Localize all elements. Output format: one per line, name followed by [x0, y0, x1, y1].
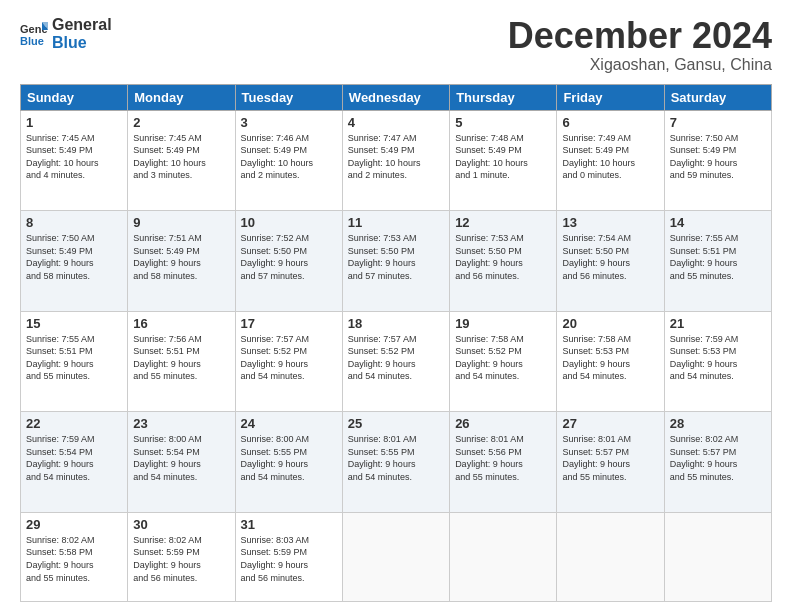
day-number: 14	[670, 215, 766, 230]
weekday-header-wednesday: Wednesday	[342, 84, 449, 110]
calendar-cell: 11Sunrise: 7:53 AM Sunset: 5:50 PM Dayli…	[342, 211, 449, 312]
calendar-cell: 14Sunrise: 7:55 AM Sunset: 5:51 PM Dayli…	[664, 211, 771, 312]
calendar-cell: 23Sunrise: 8:00 AM Sunset: 5:54 PM Dayli…	[128, 412, 235, 513]
calendar-cell: 6Sunrise: 7:49 AM Sunset: 5:49 PM Daylig…	[557, 110, 664, 211]
day-number: 2	[133, 115, 229, 130]
calendar-cell: 8Sunrise: 7:50 AM Sunset: 5:49 PM Daylig…	[21, 211, 128, 312]
calendar-cell	[342, 512, 449, 601]
calendar-cell: 28Sunrise: 8:02 AM Sunset: 5:57 PM Dayli…	[664, 412, 771, 513]
day-number: 8	[26, 215, 122, 230]
logo: General Blue General Blue	[20, 16, 112, 51]
day-number: 6	[562, 115, 658, 130]
day-info: Sunrise: 7:55 AM Sunset: 5:51 PM Dayligh…	[670, 232, 766, 282]
calendar-cell: 18Sunrise: 7:57 AM Sunset: 5:52 PM Dayli…	[342, 311, 449, 412]
title-block: December 2024 Xigaoshan, Gansu, China	[508, 16, 772, 74]
day-number: 31	[241, 517, 337, 532]
calendar-cell: 21Sunrise: 7:59 AM Sunset: 5:53 PM Dayli…	[664, 311, 771, 412]
weekday-header-friday: Friday	[557, 84, 664, 110]
calendar-cell: 9Sunrise: 7:51 AM Sunset: 5:49 PM Daylig…	[128, 211, 235, 312]
day-info: Sunrise: 7:48 AM Sunset: 5:49 PM Dayligh…	[455, 132, 551, 182]
logo-icon: General Blue	[20, 20, 48, 48]
day-info: Sunrise: 7:59 AM Sunset: 5:53 PM Dayligh…	[670, 333, 766, 383]
day-info: Sunrise: 7:56 AM Sunset: 5:51 PM Dayligh…	[133, 333, 229, 383]
calendar-cell: 24Sunrise: 8:00 AM Sunset: 5:55 PM Dayli…	[235, 412, 342, 513]
calendar-cell	[450, 512, 557, 601]
weekday-header-monday: Monday	[128, 84, 235, 110]
day-info: Sunrise: 8:03 AM Sunset: 5:59 PM Dayligh…	[241, 534, 337, 584]
day-number: 27	[562, 416, 658, 431]
day-info: Sunrise: 7:53 AM Sunset: 5:50 PM Dayligh…	[455, 232, 551, 282]
day-number: 15	[26, 316, 122, 331]
day-info: Sunrise: 7:50 AM Sunset: 5:49 PM Dayligh…	[670, 132, 766, 182]
page: General Blue General Blue December 2024 …	[0, 0, 792, 612]
day-info: Sunrise: 7:58 AM Sunset: 5:53 PM Dayligh…	[562, 333, 658, 383]
day-info: Sunrise: 7:51 AM Sunset: 5:49 PM Dayligh…	[133, 232, 229, 282]
weekday-header-row: SundayMondayTuesdayWednesdayThursdayFrid…	[21, 84, 772, 110]
day-number: 22	[26, 416, 122, 431]
day-info: Sunrise: 7:57 AM Sunset: 5:52 PM Dayligh…	[348, 333, 444, 383]
day-number: 9	[133, 215, 229, 230]
weekday-header-tuesday: Tuesday	[235, 84, 342, 110]
calendar-cell: 29Sunrise: 8:02 AM Sunset: 5:58 PM Dayli…	[21, 512, 128, 601]
calendar-cell	[557, 512, 664, 601]
day-info: Sunrise: 7:59 AM Sunset: 5:54 PM Dayligh…	[26, 433, 122, 483]
calendar-cell: 5Sunrise: 7:48 AM Sunset: 5:49 PM Daylig…	[450, 110, 557, 211]
calendar-cell: 2Sunrise: 7:45 AM Sunset: 5:49 PM Daylig…	[128, 110, 235, 211]
day-number: 21	[670, 316, 766, 331]
day-number: 16	[133, 316, 229, 331]
day-number: 26	[455, 416, 551, 431]
calendar-cell: 16Sunrise: 7:56 AM Sunset: 5:51 PM Dayli…	[128, 311, 235, 412]
day-number: 13	[562, 215, 658, 230]
day-info: Sunrise: 7:52 AM Sunset: 5:50 PM Dayligh…	[241, 232, 337, 282]
logo-general: General	[52, 16, 112, 34]
day-number: 17	[241, 316, 337, 331]
day-info: Sunrise: 7:45 AM Sunset: 5:49 PM Dayligh…	[133, 132, 229, 182]
day-number: 4	[348, 115, 444, 130]
day-number: 18	[348, 316, 444, 331]
calendar-cell: 3Sunrise: 7:46 AM Sunset: 5:49 PM Daylig…	[235, 110, 342, 211]
calendar-cell: 25Sunrise: 8:01 AM Sunset: 5:55 PM Dayli…	[342, 412, 449, 513]
day-info: Sunrise: 8:02 AM Sunset: 5:57 PM Dayligh…	[670, 433, 766, 483]
day-info: Sunrise: 7:46 AM Sunset: 5:49 PM Dayligh…	[241, 132, 337, 182]
day-info: Sunrise: 7:47 AM Sunset: 5:49 PM Dayligh…	[348, 132, 444, 182]
calendar-cell: 26Sunrise: 8:01 AM Sunset: 5:56 PM Dayli…	[450, 412, 557, 513]
calendar-cell: 13Sunrise: 7:54 AM Sunset: 5:50 PM Dayli…	[557, 211, 664, 312]
day-number: 12	[455, 215, 551, 230]
day-info: Sunrise: 7:54 AM Sunset: 5:50 PM Dayligh…	[562, 232, 658, 282]
calendar-cell: 30Sunrise: 8:02 AM Sunset: 5:59 PM Dayli…	[128, 512, 235, 601]
weekday-header-saturday: Saturday	[664, 84, 771, 110]
day-number: 5	[455, 115, 551, 130]
calendar-cell: 7Sunrise: 7:50 AM Sunset: 5:49 PM Daylig…	[664, 110, 771, 211]
day-info: Sunrise: 8:01 AM Sunset: 5:57 PM Dayligh…	[562, 433, 658, 483]
day-number: 23	[133, 416, 229, 431]
day-number: 19	[455, 316, 551, 331]
day-number: 10	[241, 215, 337, 230]
calendar-cell: 31Sunrise: 8:03 AM Sunset: 5:59 PM Dayli…	[235, 512, 342, 601]
day-info: Sunrise: 8:02 AM Sunset: 5:58 PM Dayligh…	[26, 534, 122, 584]
day-info: Sunrise: 8:00 AM Sunset: 5:55 PM Dayligh…	[241, 433, 337, 483]
day-info: Sunrise: 8:01 AM Sunset: 5:55 PM Dayligh…	[348, 433, 444, 483]
day-number: 20	[562, 316, 658, 331]
calendar-cell: 20Sunrise: 7:58 AM Sunset: 5:53 PM Dayli…	[557, 311, 664, 412]
day-info: Sunrise: 7:53 AM Sunset: 5:50 PM Dayligh…	[348, 232, 444, 282]
calendar-cell: 10Sunrise: 7:52 AM Sunset: 5:50 PM Dayli…	[235, 211, 342, 312]
day-info: Sunrise: 7:45 AM Sunset: 5:49 PM Dayligh…	[26, 132, 122, 182]
calendar-cell: 27Sunrise: 8:01 AM Sunset: 5:57 PM Dayli…	[557, 412, 664, 513]
month-title: December 2024	[508, 16, 772, 56]
day-number: 1	[26, 115, 122, 130]
day-number: 3	[241, 115, 337, 130]
day-info: Sunrise: 7:49 AM Sunset: 5:49 PM Dayligh…	[562, 132, 658, 182]
calendar-cell: 22Sunrise: 7:59 AM Sunset: 5:54 PM Dayli…	[21, 412, 128, 513]
day-number: 29	[26, 517, 122, 532]
day-number: 7	[670, 115, 766, 130]
day-number: 30	[133, 517, 229, 532]
day-info: Sunrise: 7:57 AM Sunset: 5:52 PM Dayligh…	[241, 333, 337, 383]
day-number: 11	[348, 215, 444, 230]
logo-blue: Blue	[52, 34, 112, 52]
calendar-cell: 12Sunrise: 7:53 AM Sunset: 5:50 PM Dayli…	[450, 211, 557, 312]
calendar-cell	[664, 512, 771, 601]
calendar-cell: 17Sunrise: 7:57 AM Sunset: 5:52 PM Dayli…	[235, 311, 342, 412]
weekday-header-sunday: Sunday	[21, 84, 128, 110]
calendar-cell: 4Sunrise: 7:47 AM Sunset: 5:49 PM Daylig…	[342, 110, 449, 211]
location: Xigaoshan, Gansu, China	[508, 56, 772, 74]
